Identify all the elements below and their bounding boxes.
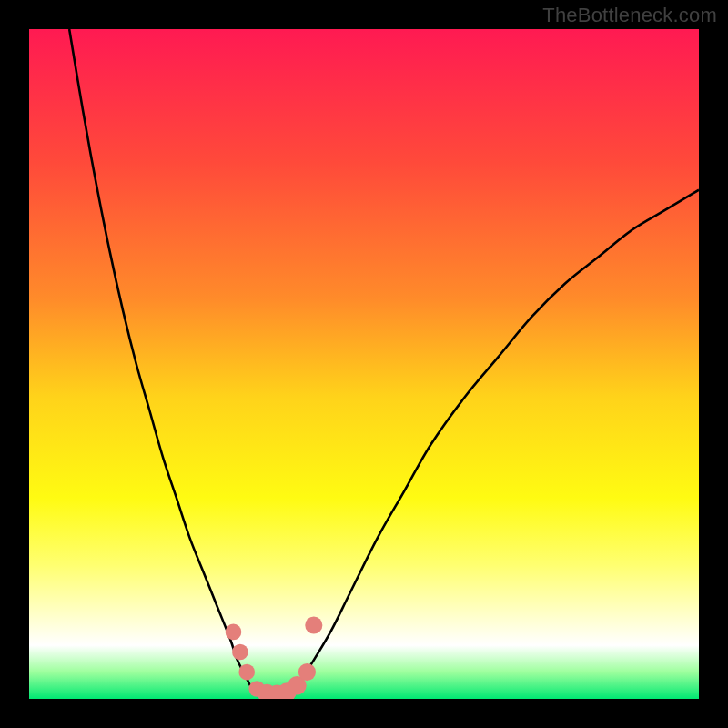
highlight-dot	[238, 664, 255, 681]
curve-layer	[29, 29, 699, 699]
right-branch-curve	[297, 190, 699, 686]
highlight-dot	[232, 644, 248, 661]
highlight-dots	[226, 616, 323, 699]
highlight-dot	[305, 616, 322, 633]
chart-frame: TheBottleneck.com	[0, 0, 728, 728]
plot-area	[29, 29, 699, 699]
highlight-dot	[298, 663, 316, 681]
left-branch-curve	[69, 29, 250, 685]
watermark-text: TheBottleneck.com	[542, 4, 717, 27]
highlight-dot	[226, 624, 242, 641]
